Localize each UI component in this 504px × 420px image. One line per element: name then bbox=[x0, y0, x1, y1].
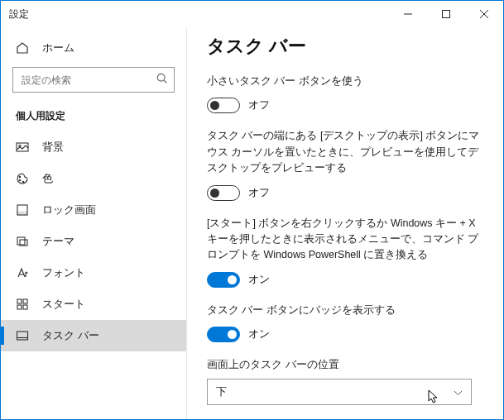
category-header: 個人用設定 bbox=[1, 104, 186, 131]
theme-icon bbox=[16, 235, 29, 248]
close-button[interactable] bbox=[465, 1, 503, 27]
toggle-state: オン bbox=[248, 327, 270, 341]
svg-rect-16 bbox=[23, 299, 27, 303]
sidebar-item-taskbar[interactable]: タスク バー bbox=[1, 320, 186, 351]
setting-label: [スタート] ボタンを右クリックするか Windows キー + X キーを押し… bbox=[207, 216, 483, 264]
setting-label: 小さいタスク バー ボタンを使う bbox=[207, 74, 483, 89]
maximize-button[interactable] bbox=[427, 1, 465, 27]
search-input[interactable] bbox=[12, 67, 175, 93]
sidebar-item-label: ロック画面 bbox=[42, 203, 96, 217]
setting-label: タスク バー ボタンにバッジを表示する bbox=[207, 303, 483, 318]
svg-rect-19 bbox=[17, 332, 28, 340]
sidebar-item-start[interactable]: スタート bbox=[1, 289, 186, 320]
palette-icon bbox=[16, 172, 29, 185]
svg-rect-1 bbox=[443, 11, 450, 18]
sidebar-item-colors[interactable]: 色 bbox=[1, 163, 186, 194]
minimize-button[interactable] bbox=[389, 1, 427, 27]
home-label: ホーム bbox=[42, 41, 74, 55]
sidebar-item-lockscreen[interactable]: ロック画面 bbox=[1, 194, 186, 226]
sidebar-item-label: タスク バー bbox=[42, 328, 99, 343]
sidebar: ホーム 個人用設定 背景 色 ロック画面 テーマ フォント bbox=[1, 27, 187, 419]
page-title: タスク バー bbox=[207, 34, 483, 59]
svg-rect-12 bbox=[17, 212, 27, 215]
svg-line-5 bbox=[164, 80, 166, 83]
svg-rect-17 bbox=[17, 305, 22, 309]
sidebar-item-label: フォント bbox=[42, 265, 85, 280]
toggle-powershell[interactable] bbox=[207, 272, 240, 288]
toggle-state: オフ bbox=[248, 98, 270, 112]
svg-rect-18 bbox=[23, 305, 27, 309]
svg-point-4 bbox=[157, 74, 165, 81]
toggle-small-buttons[interactable] bbox=[207, 98, 240, 113]
svg-point-9 bbox=[19, 179, 21, 181]
sidebar-item-label: 背景 bbox=[42, 140, 64, 155]
setting-label: タスク バーの端にある [デスクトップの表示] ボタンにマウス カーソルを置いた… bbox=[207, 128, 483, 176]
select-value: 下 bbox=[216, 384, 227, 399]
sidebar-item-label: 色 bbox=[42, 171, 53, 186]
toggle-state: オフ bbox=[248, 186, 270, 200]
sidebar-item-label: スタート bbox=[42, 297, 85, 312]
taskbar-location-select[interactable]: 下 bbox=[207, 379, 472, 405]
main-content: タスク バー 小さいタスク バー ボタンを使う オフ タスク バーの端にある [… bbox=[187, 27, 503, 419]
taskbar-icon bbox=[16, 329, 29, 342]
sidebar-item-fonts[interactable]: フォント bbox=[1, 257, 186, 289]
dropdown-label: 画面上のタスク バーの位置 bbox=[207, 357, 483, 372]
lockscreen-icon bbox=[16, 203, 29, 217]
home-nav[interactable]: ホーム bbox=[1, 34, 186, 67]
toggle-state: オン bbox=[248, 273, 270, 287]
svg-rect-15 bbox=[17, 299, 22, 303]
home-icon bbox=[16, 41, 29, 55]
svg-rect-13 bbox=[17, 237, 25, 245]
search-icon bbox=[156, 73, 168, 88]
window-title: 設定 bbox=[9, 7, 389, 21]
start-icon bbox=[16, 298, 29, 311]
font-icon bbox=[16, 266, 29, 279]
svg-rect-6 bbox=[17, 143, 28, 151]
sidebar-item-themes[interactable]: テーマ bbox=[1, 226, 186, 257]
sidebar-item-background[interactable]: 背景 bbox=[1, 131, 186, 163]
toggle-badges[interactable] bbox=[207, 327, 240, 342]
toggle-peek-desktop[interactable] bbox=[207, 185, 240, 201]
svg-point-8 bbox=[19, 176, 21, 178]
svg-point-10 bbox=[22, 181, 24, 183]
chevron-down-icon bbox=[454, 386, 463, 399]
sidebar-item-label: テーマ bbox=[42, 234, 74, 249]
picture-icon bbox=[16, 141, 29, 154]
cursor-icon bbox=[428, 389, 439, 404]
